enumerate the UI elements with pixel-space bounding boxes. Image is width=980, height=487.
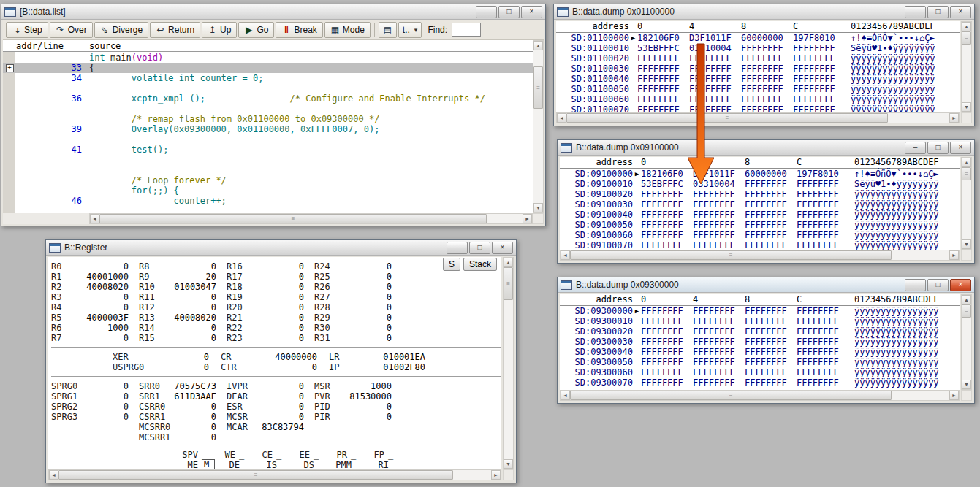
- register-value[interactable]: 0: [153, 362, 209, 372]
- register-value[interactable]: _: [392, 460, 401, 469]
- dump-hex-value[interactable]: FFFFFFFF: [793, 74, 835, 84]
- hex-dump-area[interactable]: address048C0123456789ABCDEF SD:09300000▶…: [560, 294, 960, 390]
- dump-hex-value[interactable]: 60000000: [741, 33, 783, 43]
- code-line[interactable]: [3, 134, 533, 145]
- dump-hex-value[interactable]: FFFFFFFF: [793, 43, 835, 53]
- register-value[interactable]: [346, 422, 392, 432]
- dump-hex-value[interactable]: FFFFFFFF: [693, 220, 735, 230]
- dump-hex-value[interactable]: FFFFFFFF: [797, 347, 839, 357]
- register-value[interactable]: 01003047: [171, 282, 216, 292]
- close-button[interactable]: ×: [521, 6, 542, 18]
- register-value[interactable]: 83C83794: [259, 422, 304, 432]
- minimize-button[interactable]: –: [905, 6, 926, 18]
- dump-hex-value[interactable]: FFFFFFFF: [693, 199, 735, 210]
- close-button[interactable]: ×: [950, 142, 971, 154]
- register-value[interactable]: 0: [259, 333, 304, 343]
- source-code-area[interactable]: int main(void)+33{34 volatile int counte…: [3, 52, 533, 213]
- register-value[interactable]: _: [388, 450, 397, 460]
- close-button[interactable]: ×: [492, 242, 513, 254]
- register-value[interactable]: 0: [83, 412, 129, 422]
- view-options-button[interactable]: ▤: [379, 22, 397, 38]
- dump-hex-value[interactable]: FFFFFFFF: [741, 53, 783, 64]
- dump-hex-value[interactable]: FFFFFFFF: [693, 306, 735, 316]
- register-value[interactable]: 0: [346, 292, 392, 302]
- register-value[interactable]: 0: [171, 432, 216, 442]
- up-button[interactable]: ↥ Up: [202, 22, 237, 38]
- dump-hex-value[interactable]: FFFFFFFF: [793, 64, 835, 74]
- dump-row[interactable]: SD:01100000▶182106F0D3F1011F60000000197F…: [556, 33, 960, 43]
- register-value[interactable]: 0: [171, 292, 216, 302]
- dump-row[interactable]: SD:0910001053EBFFFC03310004FFFFFFFFFFFFF…: [560, 179, 960, 189]
- breakpoint-type-button[interactable]: t.. ▾: [398, 22, 422, 38]
- dump-hex-value[interactable]: FFFFFFFF: [689, 74, 732, 84]
- register-value[interactable]: 0: [171, 261, 216, 272]
- titlebar-dump[interactable]: B::data.dump 0x09100000 – □ ×: [558, 140, 974, 156]
- dump-hex-value[interactable]: FFFFFFFF: [793, 94, 835, 104]
- dump-row[interactable]: SD:09100030FFFFFFFFFFFFFFFFFFFFFFFFFFFFF…: [560, 199, 960, 210]
- dump-horizontal-scrollbar[interactable]: ◄≡►: [560, 250, 960, 261]
- break-button[interactable]: ‖ Break: [276, 22, 322, 38]
- dump-hex-value[interactable]: FFFFFFFF: [641, 337, 683, 347]
- register-value[interactable]: [259, 432, 304, 442]
- scrollbar-track[interactable]: ≡: [962, 31, 971, 102]
- register-value[interactable]: 0: [171, 412, 216, 422]
- scrollbar-thumb[interactable]: ≡: [570, 391, 892, 400]
- dump-row[interactable]: SD:09300040FFFFFFFFFFFFFFFFFFFFFFFFFFFFF…: [560, 347, 960, 357]
- register-value[interactable]: 0: [259, 323, 304, 333]
- titlebar-register[interactable]: B::Register – □ ×: [46, 240, 516, 256]
- scrollbar-track[interactable]: ≡: [58, 470, 491, 480]
- dump-row[interactable]: SD:01100050FFFFFFFFFFFFFFFFFFFFFFFFFFFFF…: [556, 84, 960, 94]
- code-line[interactable]: [3, 155, 533, 165]
- dump-hex-value[interactable]: FFFFFFFF: [797, 210, 839, 220]
- dump-row[interactable]: SD:09300070FFFFFFFFFFFFFFFFFFFFFFFFFFFFF…: [560, 377, 960, 388]
- register-value[interactable]: 0: [83, 292, 129, 302]
- code-line[interactable]: +33{: [3, 63, 533, 73]
- register-value[interactable]: 0: [346, 412, 392, 422]
- dump-hex-value[interactable]: FFFFFFFF: [745, 306, 787, 316]
- code-line[interactable]: 36 xcptn_xmpl (); /* Configure and Enabl…: [3, 93, 533, 104]
- register-vertical-scrollbar[interactable]: ▲≡▼: [503, 257, 514, 469]
- dump-hex-value[interactable]: FFFFFFFF: [641, 189, 683, 199]
- diverge-button[interactable]: ⇘ Diverge: [94, 22, 148, 38]
- code-line[interactable]: 39 Overlay(0x09300000, 0x01100000, 0xFFF…: [3, 124, 533, 134]
- code-line[interactable]: /* Loop forever */: [3, 175, 533, 185]
- dump-hex-value[interactable]: FFFFFFFF: [693, 316, 735, 326]
- dump-hex-value[interactable]: 182106F0: [641, 169, 683, 179]
- dump-hex-value[interactable]: FFFFFFFF: [797, 240, 839, 250]
- code-line[interactable]: for(;;) {: [3, 185, 533, 196]
- maximize-button[interactable]: □: [469, 242, 490, 254]
- register-value[interactable]: 0: [171, 422, 216, 432]
- dump-hex-value[interactable]: FFFFFFFF: [641, 316, 683, 326]
- dump-hex-value[interactable]: 60000000: [745, 169, 787, 179]
- dump-hex-value[interactable]: FFFFFFFF: [745, 367, 787, 377]
- dump-hex-value[interactable]: FFFFFFFF: [637, 94, 680, 104]
- dump-hex-value[interactable]: FFFFFFFF: [797, 230, 839, 240]
- register-value[interactable]: 0: [83, 402, 129, 412]
- dump-hex-value[interactable]: FFFFFFFF: [641, 199, 683, 210]
- register-value[interactable]: _: [202, 450, 210, 460]
- register-value[interactable]: _: [276, 450, 285, 460]
- scroll-up-button[interactable]: ▲: [962, 158, 971, 167]
- dump-hex-value[interactable]: FFFFFFFF: [637, 64, 680, 74]
- dump-row[interactable]: SD:09300020FFFFFFFFFFFFFFFFFFFFFFFFFFFFF…: [560, 326, 960, 337]
- register-value[interactable]: 0: [171, 333, 216, 343]
- dump-hex-value[interactable]: FFFFFFFF: [693, 240, 735, 250]
- scroll-right-button[interactable]: ►: [949, 391, 959, 400]
- register-value[interactable]: 40000000: [262, 352, 317, 362]
- dump-row[interactable]: SD:01100030FFFFFFFFFFFFFFFFFFFFFFFFFFFFF…: [556, 64, 960, 74]
- scrollbar-track[interactable]: ≡: [566, 113, 949, 123]
- scrollbar-thumb[interactable]: ≡: [58, 470, 453, 480]
- register-value[interactable]: 0: [259, 381, 304, 391]
- scrollbar-track[interactable]: ≡: [504, 267, 513, 459]
- register-value[interactable]: 0: [83, 333, 129, 343]
- register-value[interactable]: 81530000: [346, 391, 392, 402]
- scroll-left-button[interactable]: ◄: [90, 214, 99, 223]
- dump-hex-value[interactable]: FFFFFFFF: [741, 74, 783, 84]
- scrollbar-thumb[interactable]: ≡: [99, 214, 487, 223]
- titlebar-dump[interactable]: B::data.dump 0x01100000 – □ ×: [554, 4, 974, 20]
- register-value[interactable]: 0: [259, 272, 304, 282]
- register-value[interactable]: 4000003F: [83, 312, 129, 323]
- register-value[interactable]: 40008020: [171, 312, 216, 323]
- mode-button[interactable]: ▦ Mode: [324, 22, 371, 38]
- dump-hex-value[interactable]: FFFFFFFF: [693, 337, 735, 347]
